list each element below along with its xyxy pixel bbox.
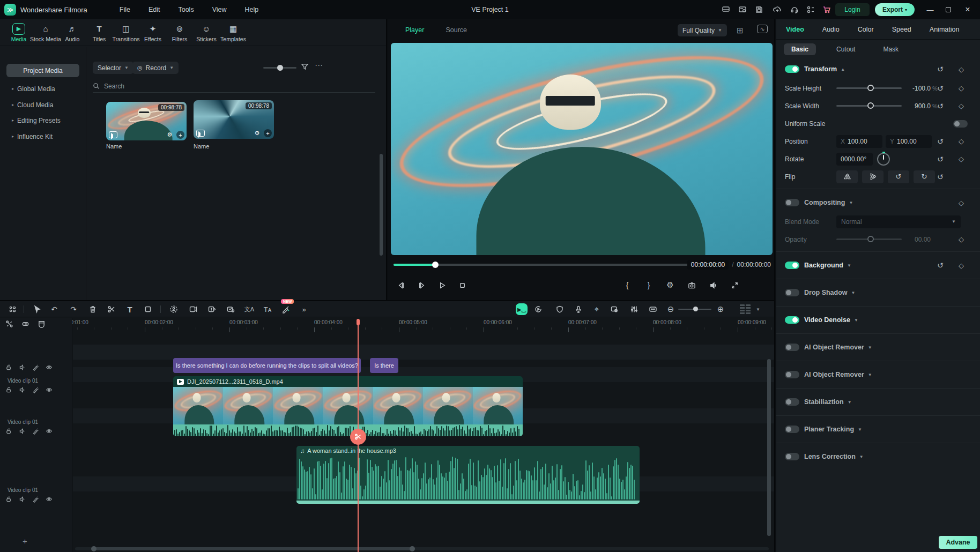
- tab-source[interactable]: Source: [446, 26, 467, 34]
- timeline-vertical-scrollbar[interactable]: [767, 359, 771, 536]
- toolbox-icon[interactable]: [6, 303, 18, 315]
- opacity-value[interactable]: 00.00: [892, 236, 931, 243]
- reset-icon[interactable]: ↺: [937, 84, 944, 93]
- menu-file[interactable]: File: [120, 6, 130, 13]
- login-button[interactable]: Login: [835, 3, 870, 16]
- translate-icon[interactable]: 文A: [243, 303, 255, 315]
- sidebar-item-project-media[interactable]: Project Media: [6, 64, 79, 77]
- blend-mode-dropdown[interactable]: Normal▼: [836, 215, 961, 228]
- seek-bar[interactable]: [394, 264, 715, 266]
- expand-icon[interactable]: ▼: [868, 345, 872, 350]
- fx-brush-icon[interactable]: [32, 364, 39, 371]
- visibility-eye-icon[interactable]: [46, 428, 53, 435]
- timeline-ruler[interactable]: 00:00:01:0000:00:02:0000:00:03:0000:00:0…: [0, 318, 774, 333]
- voiceover-mic-icon[interactable]: [573, 303, 584, 315]
- background-toggle[interactable]: [785, 262, 799, 269]
- mute-speaker-icon[interactable]: [19, 496, 26, 503]
- layout-grid-icon[interactable]: ⊞: [737, 26, 744, 35]
- split-scissors-icon[interactable]: [106, 303, 117, 315]
- scale-width-value[interactable]: 900.0: [892, 102, 931, 110]
- link-clips-icon[interactable]: [20, 319, 30, 329]
- snapshot-camera-icon[interactable]: [686, 280, 697, 290]
- lock-icon[interactable]: [5, 496, 12, 503]
- expand-icon[interactable]: ▼: [859, 454, 864, 459]
- display-mode-icon[interactable]: [721, 5, 731, 14]
- tab-filters[interactable]: ⊚Filters: [166, 19, 193, 46]
- tab-audio[interactable]: Audio: [822, 26, 840, 33]
- record-dropdown[interactable]: ◎Record▼: [132, 62, 179, 74]
- reset-icon[interactable]: ↺: [937, 155, 944, 163]
- save-icon[interactable]: [754, 5, 764, 14]
- text-to-speech-icon[interactable]: [187, 303, 199, 315]
- audio-clip[interactable]: ♫A woman stand..in the house.mp3: [296, 446, 640, 504]
- sidebar-item-influence-kit[interactable]: ▸Influence Kit: [6, 130, 79, 143]
- tab-color[interactable]: Color: [858, 26, 874, 33]
- subtab-cutout[interactable]: Cutout: [829, 43, 863, 55]
- reset-icon[interactable]: ↺: [937, 137, 944, 146]
- unlink-clips-icon[interactable]: [4, 319, 14, 329]
- cloud-upload-icon[interactable]: [773, 5, 782, 14]
- expand-icon[interactable]: ▼: [849, 200, 853, 205]
- clip-preview-icon[interactable]: [608, 303, 620, 315]
- search-field[interactable]: Search: [93, 80, 375, 93]
- next-frame-button[interactable]: [416, 280, 427, 290]
- smart-clip-icon[interactable]: [225, 303, 236, 315]
- subtab-mask[interactable]: Mask: [875, 43, 906, 55]
- flip-horizontal-button[interactable]: [836, 170, 858, 183]
- media-item-thumbnail[interactable]: 00:98:78 ⚙ +: [194, 100, 274, 139]
- sidebar-item-editing-presets[interactable]: ▸Editing Presets: [6, 114, 79, 127]
- filter-icon[interactable]: [301, 63, 309, 72]
- export-button[interactable]: Export▾: [875, 3, 915, 16]
- playhead-handle[interactable]: [357, 319, 360, 325]
- mute-speaker-icon[interactable]: [19, 386, 26, 393]
- more-options-icon[interactable]: ⋯: [315, 61, 323, 70]
- fullscreen-icon[interactable]: [729, 280, 740, 290]
- reset-icon[interactable]: ↺: [937, 173, 944, 181]
- subtab-basic[interactable]: Basic: [784, 43, 816, 55]
- cart-icon[interactable]: [822, 5, 831, 14]
- scrollbar-thumb[interactable]: [92, 547, 414, 550]
- keyframe-icon[interactable]: ◇: [959, 262, 964, 270]
- tab-transitions[interactable]: ◫Transitions: [113, 19, 139, 46]
- expand-icon[interactable]: ▼: [847, 263, 851, 268]
- mark-in-icon[interactable]: {: [622, 280, 633, 290]
- mute-speaker-icon[interactable]: [19, 364, 26, 371]
- ai-object-remover-toggle[interactable]: [785, 344, 799, 351]
- fx-brush-icon[interactable]: [32, 386, 39, 393]
- timeline-zoom-slider[interactable]: [678, 309, 711, 310]
- player-settings-icon[interactable]: ⚙: [665, 280, 675, 290]
- empty-track-lane[interactable]: [73, 345, 774, 360]
- stabilization-toggle[interactable]: [785, 398, 799, 406]
- lock-icon[interactable]: [5, 386, 12, 393]
- thumbnail-size-slider[interactable]: [263, 67, 296, 69]
- drop-shadow-toggle[interactable]: [785, 289, 799, 296]
- flip-vertical-button[interactable]: [862, 170, 884, 183]
- visibility-eye-icon[interactable]: [46, 496, 53, 503]
- tab-player[interactable]: Player: [405, 26, 424, 34]
- ai-writer-icon[interactable]: [280, 303, 292, 315]
- lock-icon[interactable]: [5, 364, 12, 371]
- speech-to-text-icon[interactable]: [206, 303, 218, 315]
- rotate-dial[interactable]: [877, 153, 890, 166]
- stop-button[interactable]: [457, 280, 467, 290]
- quality-dropdown[interactable]: Full Quality▼: [678, 24, 727, 36]
- ai-object-remover-2-toggle[interactable]: [785, 371, 799, 378]
- tab-effects[interactable]: ✦Effects: [139, 19, 166, 46]
- render-queue-icon[interactable]: [738, 5, 747, 14]
- slider-knob[interactable]: [693, 307, 698, 311]
- maximize-button[interactable]: [939, 0, 957, 19]
- keyframe-icon[interactable]: ◇: [959, 155, 964, 163]
- add-to-timeline-icon[interactable]: +: [176, 131, 184, 139]
- tab-titles[interactable]: TTitles: [86, 19, 113, 46]
- tab-animation[interactable]: Animation: [930, 26, 960, 33]
- reset-icon[interactable]: ↺: [937, 102, 944, 110]
- expand-icon[interactable]: ▼: [848, 400, 852, 405]
- selector-dropdown[interactable]: Selector▼: [93, 62, 133, 74]
- select-cursor-icon[interactable]: [31, 303, 43, 315]
- crop-icon[interactable]: [142, 303, 154, 315]
- settings-icon[interactable]: ⚙: [166, 131, 174, 139]
- keyframe-icon[interactable]: ◇: [959, 235, 964, 243]
- ai-assistant-icon[interactable]: ▶‿: [516, 303, 528, 315]
- planar-tracking-toggle[interactable]: [785, 426, 799, 433]
- chevron-down-icon[interactable]: ▼: [752, 303, 764, 315]
